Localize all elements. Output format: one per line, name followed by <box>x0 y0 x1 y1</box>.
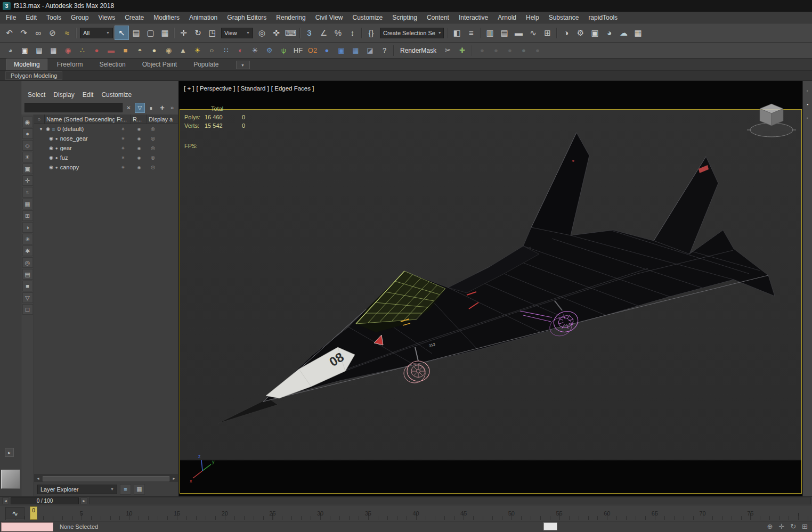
viewport-general-menu[interactable]: [ + ] <box>184 85 194 92</box>
menu-item[interactable]: Rendering <box>271 12 310 23</box>
record-icon[interactable]: ● <box>90 44 104 57</box>
object-name[interactable]: fuz <box>60 154 68 161</box>
ribbon-toggle-icon[interactable]: ▬ <box>511 26 526 40</box>
visibility-icon[interactable]: ◉ <box>46 126 50 132</box>
visibility-icon[interactable]: ◉ <box>49 145 53 151</box>
layer-name[interactable]: 0 (default) <box>58 126 84 132</box>
viewcube[interactable] <box>747 104 796 137</box>
grass-icon[interactable]: ψ <box>277 44 291 57</box>
display-shapes-icon[interactable]: ◇ <box>22 140 33 151</box>
toolbar-overflow-icon[interactable]: » <box>168 104 176 111</box>
named-selection-set-field[interactable]: Create Selection Se▼ <box>380 28 444 38</box>
window-crossing-toggle-icon[interactable]: ▦ <box>158 26 172 40</box>
keyboard-shortcut-override-icon[interactable]: ⌨ <box>283 26 298 40</box>
select-and-manipulate-icon[interactable]: ✜ <box>269 26 283 40</box>
schematic-view-icon[interactable]: ⊞ <box>540 26 555 40</box>
display-cameras-icon[interactable]: ▣ <box>22 163 33 174</box>
menu-item[interactable]: Graph Editors <box>222 12 271 23</box>
visibility-icon[interactable]: ◉ <box>49 165 53 170</box>
dot-grid-icon[interactable]: ∷ <box>219 44 233 57</box>
sphere-icon[interactable]: ● <box>147 44 161 57</box>
display-option-icon[interactable]: ◎ <box>147 155 178 160</box>
command-panel-strip[interactable]: ▪ ▪ ▪ <box>802 81 812 496</box>
explorer-menu-item[interactable]: Select <box>28 91 45 99</box>
explorer-column-header[interactable]: ○ Name (Sorted Descending)▼ Fr... R... D… <box>34 114 178 124</box>
add-tool-icon[interactable]: ✚ <box>455 44 469 57</box>
hf-tool-icon[interactable]: HF <box>291 44 305 57</box>
clapper-icon[interactable]: ◪ <box>363 44 377 57</box>
camera-box-icon[interactable]: ▣ <box>334 44 348 57</box>
box-primitive-icon[interactable]: ■ <box>118 44 133 57</box>
menu-item[interactable]: Interactive <box>454 12 493 23</box>
command-panel-tab-icon[interactable]: ▪ <box>807 102 808 107</box>
rectangular-selection-region-icon[interactable]: ▢ <box>143 26 158 40</box>
display-selected-icon[interactable]: ■ <box>22 281 33 291</box>
rendered-frame-window-icon[interactable]: ▣ <box>588 26 602 40</box>
maxscript-mini-listener[interactable] <box>1 522 53 531</box>
clear-search-icon[interactable]: ✕ <box>124 103 134 113</box>
knife-icon[interactable]: ✂ <box>441 44 455 57</box>
menu-item[interactable]: Edit <box>21 12 42 23</box>
freeze-toggle-icon[interactable]: ✳ <box>115 136 131 141</box>
polygon-modeling-panel-button[interactable]: Polygon Modeling <box>5 71 62 80</box>
select-and-link-icon[interactable]: ∞ <box>31 26 45 40</box>
display-option-icon[interactable]: ◎ <box>147 136 178 141</box>
object-row[interactable]: ◉ ● nose_gear ✳ ◉ ◎ <box>34 134 178 143</box>
dome-icon[interactable]: ◓ <box>133 44 147 57</box>
selection-column-header[interactable]: ○ <box>34 114 45 124</box>
viewport-pov-menu[interactable]: [ Perspective ] <box>197 85 236 92</box>
select-and-scale-icon[interactable]: ◳ <box>205 26 220 40</box>
angle-snap-icon[interactable]: ∠ <box>316 26 331 40</box>
scroll-left-icon[interactable]: ◄ <box>34 475 42 482</box>
menu-item[interactable]: Help <box>521 12 544 23</box>
align-icon[interactable]: ≡ <box>464 26 478 40</box>
render-in-cloud-icon[interactable]: ☁ <box>616 26 631 40</box>
explorer-mode-dropdown[interactable]: Layer Explorer▼ <box>37 485 117 494</box>
object-row[interactable]: ◉ ● gear ✳ ◉ ◎ <box>34 143 178 153</box>
edit-named-selection-sets-icon[interactable]: {} <box>364 26 378 40</box>
ribbon-tab[interactable]: Object Paint <box>135 59 184 70</box>
image-icon[interactable]: ▦ <box>348 44 363 57</box>
spinner-snap-icon[interactable]: ↕ <box>345 26 360 40</box>
command-panel-tab-icon[interactable]: ▪ <box>807 116 808 120</box>
render-toggle-icon[interactable]: ◉ <box>131 136 147 141</box>
sheet-list-icon[interactable]: ▤ <box>32 44 46 57</box>
time-back-button[interactable]: ◄ <box>2 497 9 504</box>
spreadsheet-icon[interactable]: ▦ <box>46 44 61 57</box>
toggle-layer-explorer-icon[interactable]: ▤ <box>497 26 511 40</box>
menu-item[interactable]: Views <box>93 12 120 23</box>
menu-item[interactable]: Group <box>66 12 93 23</box>
render-production-icon[interactable]: ◕ <box>602 26 616 40</box>
ribbon-tab[interactable]: Freeform <box>50 59 90 70</box>
render-toggle-icon[interactable]: ◉ <box>131 146 147 151</box>
maximize-viewport-icon[interactable]: ⊞ <box>802 522 808 530</box>
display-all-icon[interactable]: ▤ <box>22 269 33 280</box>
render-column-header[interactable]: R... <box>131 114 147 124</box>
freeze-toggle-icon[interactable]: ✳ <box>115 155 131 160</box>
select-by-name-icon[interactable]: ▤ <box>129 26 143 40</box>
status-mini-field[interactable] <box>543 522 557 530</box>
explorer-settings-icon[interactable]: ▦ <box>134 484 145 495</box>
aircraft-model[interactable]: 08 313 <box>179 81 802 496</box>
time-slider-handle[interactable]: 0 / 100 <box>11 497 79 504</box>
viewport-edged-faces-label[interactable]: [ Edged Faces ] <box>271 85 314 92</box>
dock-panel-button[interactable] <box>1 470 20 489</box>
menu-item[interactable]: Animation <box>184 12 222 23</box>
pick-folder-icon[interactable]: ◻ <box>22 304 33 315</box>
freeze-toggle-icon[interactable]: ✳ <box>115 127 131 132</box>
explorer-menu-item[interactable]: Edit <box>83 91 94 99</box>
display-groups-icon[interactable]: ▦ <box>22 199 33 209</box>
display-xrefs-icon[interactable]: ⊞ <box>22 210 33 221</box>
geosphere-icon[interactable]: ○ <box>205 44 219 57</box>
render-toggle-icon[interactable]: ◉ <box>131 127 147 132</box>
gear-globe-icon[interactable]: ⚙ <box>262 44 277 57</box>
explorer-menu-item[interactable]: Customize <box>101 91 132 99</box>
pan-icon[interactable]: ✛ <box>778 522 784 530</box>
teapot-icon[interactable]: ◕ <box>3 44 18 57</box>
command-panel-tab-icon[interactable]: ▪ <box>807 88 808 93</box>
perspective-viewport[interactable]: 08 313 <box>179 81 802 496</box>
display-hidden-icon[interactable]: ◎ <box>22 257 33 268</box>
snowflake-icon[interactable]: ✳ <box>248 44 262 57</box>
select-object-icon[interactable]: ↖ <box>115 26 129 40</box>
menu-item[interactable]: Substance <box>544 12 584 23</box>
